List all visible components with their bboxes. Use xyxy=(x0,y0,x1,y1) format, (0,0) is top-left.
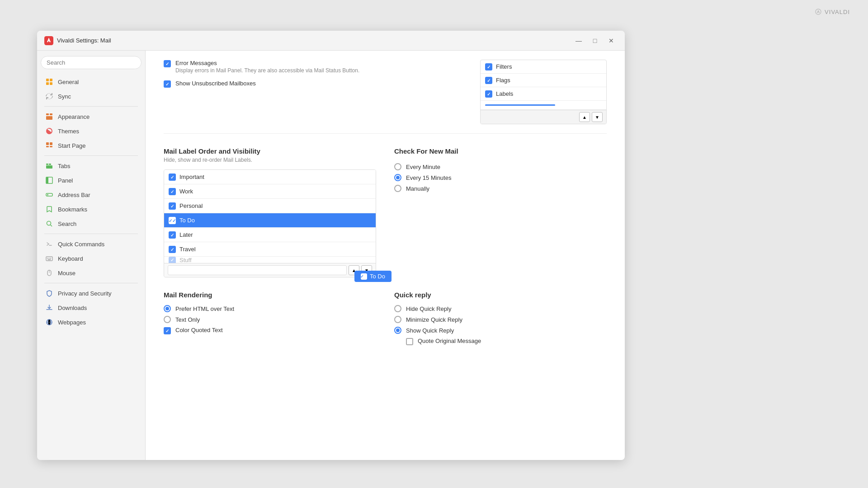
mail-rendering-col: Mail Rendering Prefer HTML over Text Tex… xyxy=(164,291,376,352)
work-checkbox[interactable] xyxy=(169,188,176,195)
svg-rect-12 xyxy=(46,164,48,165)
filters-checkbox[interactable] xyxy=(485,63,492,70)
scroll-down-button[interactable]: ▼ xyxy=(592,112,603,122)
error-messages-checkbox[interactable] xyxy=(164,60,171,67)
sidebar-label-quick-commands: Quick Commands xyxy=(58,241,104,248)
sidebar-divider-1 xyxy=(44,106,138,107)
later-label: Later xyxy=(179,231,193,238)
label-scroll-up[interactable]: ▲ xyxy=(349,265,359,275)
text-only-radio[interactable] xyxy=(164,316,171,323)
minimize-quick-reply-radio[interactable] xyxy=(394,316,401,323)
search-input[interactable] xyxy=(41,56,142,69)
quote-original-checkbox[interactable] xyxy=(406,338,413,345)
search-icon xyxy=(45,220,53,228)
manually-radio[interactable] xyxy=(394,185,401,192)
minimize-quick-reply-row[interactable]: Minimize Quick Reply xyxy=(394,316,607,323)
start-page-icon xyxy=(45,141,53,150)
window-title: Vivaldi Settings: Mail xyxy=(57,37,572,44)
minimize-button[interactable]: — xyxy=(572,34,585,47)
label-item-work[interactable]: Work xyxy=(164,184,376,199)
prefer-html-radio[interactable] xyxy=(164,305,171,312)
right-list-filters[interactable]: Filters xyxy=(481,60,606,74)
later-checkbox[interactable] xyxy=(169,231,176,239)
label-item-todo[interactable]: ✓ To Do xyxy=(164,213,376,228)
svg-rect-14 xyxy=(46,165,52,169)
every-minute-row[interactable]: Every Minute xyxy=(394,163,607,170)
sidebar: General Sync Appearance xyxy=(37,51,146,460)
sidebar-item-downloads[interactable]: Downloads xyxy=(41,300,142,315)
sidebar-item-general[interactable]: General xyxy=(41,75,142,89)
label-scroll-down[interactable]: ▼ xyxy=(361,265,372,275)
labels-checkbox[interactable] xyxy=(485,90,492,98)
sidebar-item-address-bar[interactable]: Address Bar xyxy=(41,188,142,202)
titlebar: Vivaldi Settings: Mail — □ ✕ xyxy=(37,31,625,51)
sidebar-item-search[interactable]: Search xyxy=(41,216,142,231)
scroll-up-button[interactable]: ▲ xyxy=(579,112,590,122)
show-quick-reply-radio[interactable] xyxy=(394,327,401,334)
svg-point-18 xyxy=(47,194,48,196)
label-item-important[interactable]: Important xyxy=(164,170,376,184)
sidebar-label-start-page: Start Page xyxy=(58,142,85,149)
svg-rect-16 xyxy=(46,177,48,183)
sidebar-item-bookmarks[interactable]: Bookmarks xyxy=(41,202,142,216)
error-messages-label: Error Messages xyxy=(175,60,359,66)
prefer-html-row[interactable]: Prefer HTML over Text xyxy=(164,305,376,312)
sidebar-item-mouse[interactable]: Mouse xyxy=(41,266,142,280)
text-only-row[interactable]: Text Only xyxy=(164,316,376,323)
quick-commands-icon xyxy=(45,240,53,248)
hide-quick-reply-row[interactable]: Hide Quick Reply xyxy=(394,305,607,312)
downloads-icon xyxy=(45,304,53,312)
close-button[interactable]: ✕ xyxy=(605,34,618,47)
travel-checkbox[interactable] xyxy=(169,246,176,253)
extra-checkbox[interactable] xyxy=(169,257,176,263)
flags-checkbox[interactable] xyxy=(485,77,492,84)
label-item-personal[interactable]: Personal xyxy=(164,199,376,213)
sidebar-label-sync: Sync xyxy=(58,93,71,100)
every-15-min-radio[interactable] xyxy=(394,174,401,181)
sidebar-item-webpages[interactable]: Webpages xyxy=(41,315,142,329)
check-new-mail-title: Check For New Mail xyxy=(394,147,607,155)
sidebar-item-privacy[interactable]: Privacy and Security xyxy=(41,286,142,300)
main-content: Error Messages Display errors in Mail Pa… xyxy=(146,51,625,361)
sidebar-label-appearance: Appearance xyxy=(58,113,90,120)
todo-checkbox[interactable]: ✓ xyxy=(169,217,176,224)
quote-original-label: Quote Original Message xyxy=(418,338,481,344)
show-unsubscribed-checkbox[interactable] xyxy=(164,80,171,88)
sidebar-item-appearance[interactable]: Appearance xyxy=(41,109,142,124)
right-list-flags[interactable]: Flags xyxy=(481,74,606,87)
every-15-min-row[interactable]: Every 15 Minutes xyxy=(394,174,607,181)
color-quoted-checkbox[interactable] xyxy=(164,327,171,334)
show-unsubscribed-row: Show Unsubscribed Mailboxes xyxy=(164,80,471,88)
sidebar-item-tabs[interactable]: Tabs xyxy=(41,159,142,173)
manually-row[interactable]: Manually xyxy=(394,185,607,192)
error-messages-row: Error Messages Display errors in Mail Pa… xyxy=(164,60,471,74)
sidebar-item-sync[interactable]: Sync xyxy=(41,89,142,103)
tabs-icon xyxy=(45,162,53,170)
label-item-extra[interactable]: Stuff xyxy=(164,257,376,263)
sidebar-label-tabs: Tabs xyxy=(58,163,70,169)
every-minute-radio[interactable] xyxy=(394,163,401,170)
window-controls: — □ ✕ xyxy=(572,34,618,47)
personal-checkbox[interactable] xyxy=(169,202,176,210)
label-name-input[interactable] xyxy=(168,265,347,275)
quote-original-row[interactable]: Quote Original Message xyxy=(406,338,607,345)
maximize-button[interactable]: □ xyxy=(589,34,601,47)
sidebar-item-themes[interactable]: Themes xyxy=(41,124,142,138)
sidebar-item-start-page[interactable]: Start Page xyxy=(41,138,142,153)
sync-icon xyxy=(45,92,53,100)
right-list-labels[interactable]: Labels xyxy=(481,87,606,101)
extra-label: Stuff xyxy=(179,257,192,263)
sidebar-item-keyboard[interactable]: Keyboard xyxy=(41,251,142,266)
sidebar-item-quick-commands[interactable]: Quick Commands xyxy=(41,237,142,251)
bookmarks-icon xyxy=(45,205,53,213)
show-quick-reply-row[interactable]: Show Quick Reply xyxy=(394,327,607,334)
hide-quick-reply-radio[interactable] xyxy=(394,305,401,312)
label-item-travel[interactable]: Travel xyxy=(164,242,376,257)
every-15-min-label: Every 15 Minutes xyxy=(406,174,451,181)
main-window: Vivaldi Settings: Mail — □ ✕ General xyxy=(37,31,625,460)
color-quoted-row[interactable]: Color Quoted Text xyxy=(164,327,376,334)
important-checkbox[interactable] xyxy=(169,174,176,181)
check-new-mail-col: Check For New Mail Every Minute Every 15… xyxy=(394,147,607,277)
sidebar-item-panel[interactable]: Panel xyxy=(41,173,142,188)
label-item-later[interactable]: Later xyxy=(164,228,376,242)
